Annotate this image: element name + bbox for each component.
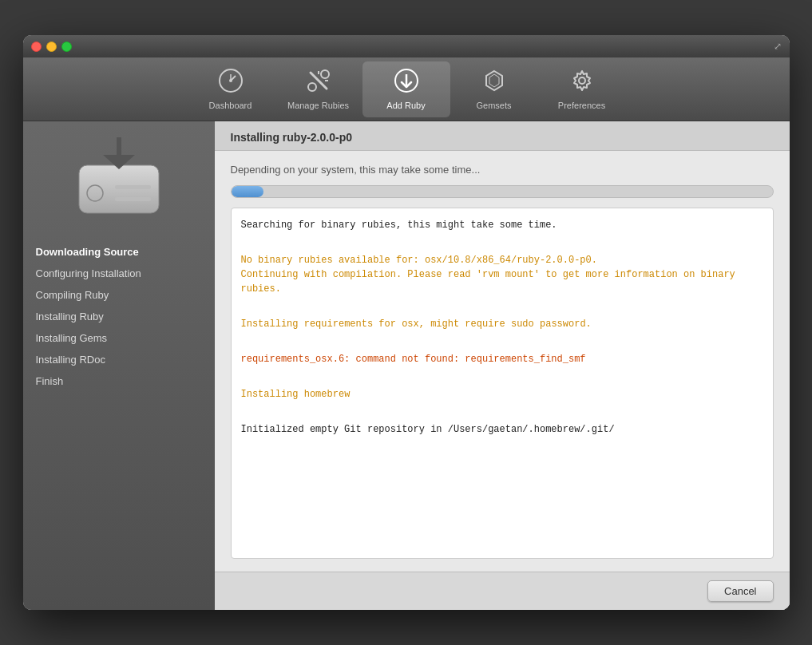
- preferences-icon: [569, 68, 595, 97]
- svg-line-2: [231, 76, 236, 81]
- svg-point-5: [308, 83, 316, 91]
- sidebar: Downloading Source Configuring Installat…: [23, 121, 215, 610]
- main-window: ⤢ Dashboard: [23, 35, 790, 610]
- log-line: requirements_osx.6: command not found: r…: [241, 352, 763, 366]
- sidebar-item-installing-gems[interactable]: Installing Gems: [23, 327, 215, 349]
- cancel-button[interactable]: Cancel: [707, 580, 773, 602]
- toolbar-item-manage-rubies[interactable]: Manage Rubies: [275, 61, 362, 117]
- add-ruby-label: Add Ruby: [386, 101, 425, 110]
- gemsets-icon: [481, 68, 507, 97]
- svg-rect-17: [115, 185, 151, 189]
- hdd-download-icon: [75, 137, 163, 217]
- add-ruby-icon: [394, 68, 419, 97]
- log-line: Initialized empty Git repository in /Use…: [241, 422, 763, 437]
- sidebar-item-installing-rdoc[interactable]: Installing RDoc: [23, 349, 215, 370]
- manage-rubies-label: Manage Rubies: [287, 101, 349, 110]
- window-title: Installing ruby-2.0.0-p0: [231, 131, 774, 144]
- sidebar-icon-area: [71, 129, 167, 225]
- preferences-label: Preferences: [558, 101, 605, 110]
- content-header: Installing ruby-2.0.0-p0: [215, 121, 790, 151]
- content-footer: Cancel: [215, 572, 790, 610]
- maximize-button[interactable]: [61, 42, 72, 52]
- log-line: [241, 370, 763, 384]
- traffic-lights: [31, 42, 72, 52]
- main-content: Downloading Source Configuring Installat…: [23, 121, 790, 610]
- expand-icon[interactable]: ⤢: [774, 41, 782, 52]
- toolbar-item-gemsets[interactable]: Gemsets: [450, 61, 538, 117]
- svg-point-13: [579, 77, 585, 84]
- svg-marker-12: [489, 74, 499, 87]
- manage-rubies-icon: [306, 68, 331, 97]
- log-line: [241, 334, 763, 349]
- log-line: Installing homebrew: [241, 387, 763, 402]
- log-line: [241, 299, 763, 314]
- log-line: [241, 235, 763, 250]
- sidebar-nav: Downloading Source Configuring Installat…: [23, 241, 215, 392]
- log-line: Searching for binary rubies, this might …: [241, 218, 763, 232]
- sidebar-item-finish[interactable]: Finish: [23, 370, 215, 392]
- log-line: Installing requirements for osx, might r…: [241, 317, 763, 331]
- dashboard-label: Dashboard: [209, 101, 252, 110]
- sidebar-item-downloading-source[interactable]: Downloading Source: [23, 241, 215, 263]
- sidebar-item-installing-ruby[interactable]: Installing Ruby: [23, 306, 215, 327]
- progress-bar-fill: [232, 186, 264, 197]
- svg-rect-16: [115, 197, 151, 201]
- sidebar-item-configuring-installation[interactable]: Configuring Installation: [23, 263, 215, 284]
- dashboard-icon: [218, 68, 244, 97]
- toolbar: Dashboard Manage Rubies: [23, 57, 790, 121]
- progress-bar-container: [231, 185, 774, 198]
- log-line: No binary rubies available for: osx/10.8…: [241, 253, 763, 296]
- log-line: [241, 405, 763, 419]
- close-button[interactable]: [31, 42, 42, 52]
- content-body: Depending on your system, this may take …: [215, 151, 790, 572]
- sidebar-item-compiling-ruby[interactable]: Compiling Ruby: [23, 284, 215, 306]
- title-bar: ⤢: [23, 35, 790, 57]
- content-area: Installing ruby-2.0.0-p0 Depending on yo…: [215, 121, 790, 610]
- toolbar-item-add-ruby[interactable]: Add Ruby: [362, 61, 450, 117]
- toolbar-item-dashboard[interactable]: Dashboard: [187, 61, 275, 117]
- toolbar-item-preferences[interactable]: Preferences: [538, 61, 626, 117]
- log-output[interactable]: Searching for binary rubies, this might …: [231, 208, 774, 559]
- svg-line-4: [311, 73, 327, 89]
- svg-point-6: [321, 70, 329, 78]
- subtitle-text: Depending on your system, this may take …: [231, 164, 774, 176]
- gemsets-label: Gemsets: [476, 101, 511, 110]
- minimize-button[interactable]: [46, 42, 57, 52]
